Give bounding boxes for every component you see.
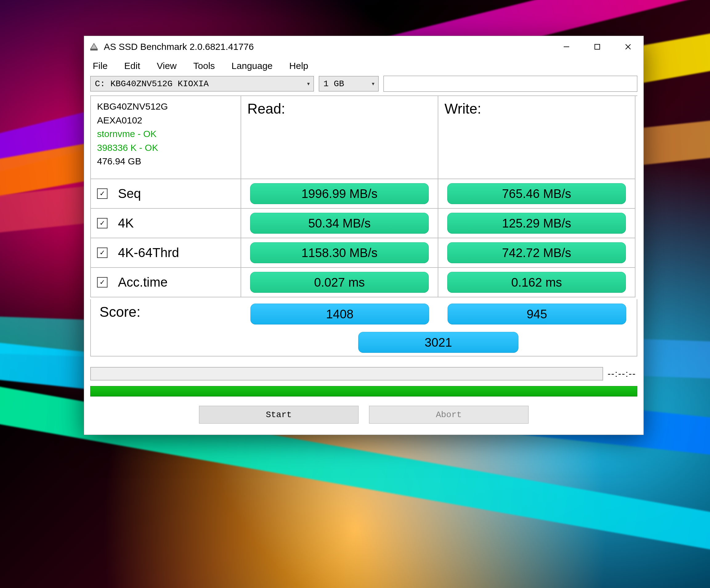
elapsed-time: --:--:-- [608, 368, 637, 379]
minimize-button[interactable] [551, 36, 582, 57]
score-read: 1408 [251, 303, 429, 324]
drive-select[interactable]: C: KBG40ZNV512G KIOXIA ▾ [90, 76, 314, 92]
score-total-cell: 3021 [241, 329, 636, 356]
app-window: AS SSD Benchmark 2.0.6821.41776 File Edi… [84, 36, 644, 435]
row-4k64-label: 4K-64Thrd [118, 245, 179, 260]
window-buttons [551, 36, 643, 57]
row-seq-label-cell: ✓ Seq [91, 179, 241, 209]
drive-info: KBG40ZNV512G AEXA0102 stornvme - OK 3983… [91, 96, 241, 179]
score-label: Score: [91, 299, 241, 356]
score-frame: Score: 1408 945 3021 [90, 299, 637, 357]
menu-language[interactable]: Language [232, 60, 273, 71]
score-total: 3021 [358, 332, 518, 353]
drive-capacity: 476.94 GB [97, 155, 141, 168]
4k-read-value: 50.34 MB/s [250, 213, 429, 234]
drive-select-value: C: KBG40ZNV512G KIOXIA [95, 79, 209, 89]
svg-rect-2 [595, 44, 600, 49]
menu-edit[interactable]: Edit [124, 60, 140, 71]
4k64-write-cell: 742.72 MB/s [438, 238, 636, 268]
row-acc-label: Acc.time [118, 275, 168, 290]
checkbox-4k[interactable]: ✓ [97, 218, 108, 228]
menubar: File Edit View Tools Language Help [84, 57, 643, 76]
close-button[interactable] [613, 36, 643, 57]
chevron-down-icon: ▾ [304, 80, 310, 88]
menu-help[interactable]: Help [289, 60, 308, 71]
maximize-icon [594, 43, 601, 50]
row-4k64-label-cell: ✓ 4K-64Thrd [91, 238, 241, 268]
titlebar[interactable]: AS SSD Benchmark 2.0.6821.41776 [84, 36, 643, 57]
text-field[interactable] [383, 76, 637, 92]
test-size-select[interactable]: 1 GB ▾ [319, 76, 379, 92]
seq-write-value: 765.46 MB/s [447, 183, 626, 204]
selector-row: C: KBG40ZNV512G KIOXIA ▾ 1 GB ▾ [84, 76, 643, 95]
drive-model: KBG40ZNV512G [97, 100, 168, 113]
checkbox-4k64[interactable]: ✓ [97, 247, 108, 258]
window-title: AS SSD Benchmark 2.0.6821.41776 [104, 42, 551, 52]
abort-button: Abort [369, 406, 528, 424]
results-grid: KBG40ZNV512G AEXA0102 stornvme - OK 3983… [90, 95, 637, 297]
minimize-icon [563, 43, 570, 51]
acc-read-cell: 0.027 ms [241, 268, 438, 297]
status-row: --:--:-- [90, 367, 637, 381]
row-seq-label: Seq [118, 186, 141, 201]
row-4k-label: 4K [118, 216, 134, 230]
4k-write-value: 125.29 MB/s [447, 213, 626, 234]
drive-firmware: AEXA0102 [97, 114, 142, 127]
start-button[interactable]: Start [199, 406, 358, 424]
menu-tools[interactable]: Tools [193, 60, 215, 71]
drive-alignment-status: 398336 K - OK [97, 142, 158, 154]
maximize-button[interactable] [582, 36, 613, 57]
read-header: Read: [241, 96, 438, 179]
test-size-value: 1 GB [324, 79, 344, 89]
acc-write-cell: 0.162 ms [438, 268, 636, 297]
progress-bar-current [90, 367, 603, 381]
seq-write-cell: 765.46 MB/s [438, 179, 636, 209]
4k64-read-value: 1158.30 MB/s [250, 242, 429, 263]
drive-driver-status: stornvme - OK [97, 128, 157, 140]
score-read-cell: 1408 [241, 299, 438, 329]
score-write: 945 [448, 303, 626, 324]
app-icon [88, 41, 99, 52]
4k-write-cell: 125.29 MB/s [438, 209, 636, 238]
menu-view[interactable]: View [157, 60, 176, 71]
seq-read-value: 1996.99 MB/s [250, 183, 429, 204]
4k64-read-cell: 1158.30 MB/s [241, 238, 438, 268]
row-4k-label-cell: ✓ 4K [91, 209, 241, 238]
menu-file[interactable]: File [93, 60, 108, 71]
checkbox-acc[interactable]: ✓ [97, 277, 108, 288]
checkbox-seq[interactable]: ✓ [97, 189, 108, 199]
close-icon [624, 43, 632, 51]
4k64-write-value: 742.72 MB/s [447, 242, 626, 263]
write-header: Write: [438, 96, 636, 179]
seq-read-cell: 1996.99 MB/s [241, 179, 438, 209]
score-write-cell: 945 [438, 299, 636, 329]
progress-bar-overall [90, 386, 637, 396]
row-acc-label-cell: ✓ Acc.time [91, 268, 241, 297]
chevron-down-icon: ▾ [369, 80, 375, 88]
4k-read-cell: 50.34 MB/s [241, 209, 438, 238]
acc-read-value: 0.027 ms [250, 272, 429, 293]
button-row: Start Abort [84, 396, 643, 435]
acc-write-value: 0.162 ms [447, 272, 626, 293]
svg-rect-0 [90, 49, 98, 50]
